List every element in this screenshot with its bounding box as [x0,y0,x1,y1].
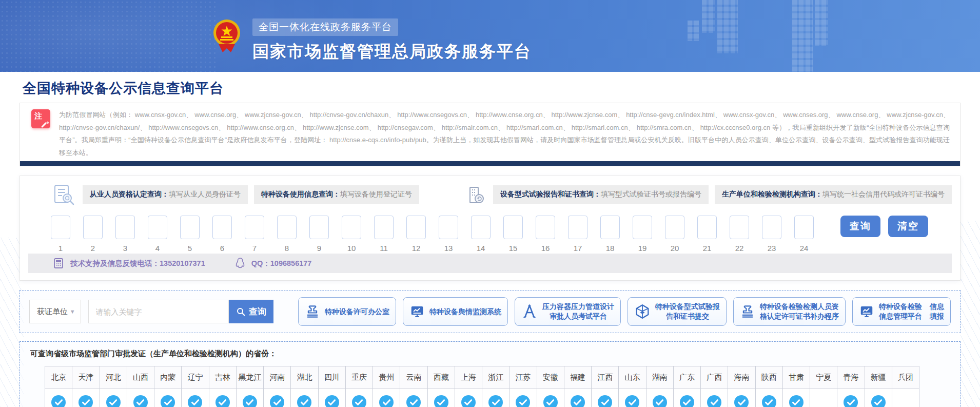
external-link-button-4[interactable]: 特种设备型式试验报告和证书提交 [628,297,727,326]
code-index-label: 3 [115,244,135,253]
check-circle-icon [434,395,448,407]
code-input-18[interactable] [600,216,620,239]
tab-hint: 填写统一社会信用代码或许可证书编号 [822,190,945,198]
code-input-9[interactable] [309,216,329,239]
code-index-label: 14 [471,244,491,253]
code-input-13[interactable] [439,216,458,239]
province-check-cell [319,389,345,407]
province-check-cell [428,389,455,407]
province-name: 辽宁 [182,366,208,389]
keyword-input[interactable] [88,300,229,323]
code-input-7[interactable] [245,216,264,239]
province-column: 北京 [45,366,72,407]
code-input-12[interactable] [406,216,426,239]
external-link-button-2[interactable]: 特种设备舆情监测系统 [403,297,508,326]
code-input-8[interactable] [277,216,297,239]
external-link-button-1[interactable]: 特种设备许可办公室 [298,297,396,326]
code-input-10[interactable] [342,216,361,239]
code-index-label: 18 [600,244,620,253]
province-check-cell [728,389,755,407]
code-input-11[interactable] [374,216,394,239]
check-circle-icon [734,395,749,407]
check-circle-icon [379,395,394,407]
code-cell: 21 [697,216,717,253]
tab-type-test-report[interactable]: 设备型式试验报告和证书查询：填写型式试验证书号或报告编号 [493,185,709,204]
province-name: 吉林 [209,366,236,389]
province-section-title: 可查询省级市场监管部门审批发证（生产单位和检验检测机构）的省份： [30,349,950,359]
code-index-label: 11 [374,244,394,253]
code-input-14[interactable] [471,216,491,239]
national-emblem-icon [212,17,241,55]
code-clear-button[interactable]: 清空 [888,216,928,237]
check-circle-icon [51,395,66,407]
province-column: 兵团 [892,366,919,407]
province-column: 湖南 [646,366,674,407]
code-input-2[interactable] [83,216,103,239]
code-cell: 17 [568,216,587,253]
code-cell: 18 [600,216,620,253]
province-name: 甘肃 [783,366,810,389]
province-check-cell [892,389,919,407]
code-input-24[interactable] [794,216,814,239]
province-column: 广西 [701,366,728,407]
province-column: 西藏 [428,366,455,407]
province-name: 贵州 [373,366,400,389]
code-input-15[interactable] [503,216,523,239]
code-cell: 6 [212,216,232,253]
code-input-23[interactable] [762,216,781,239]
keyword-search-button[interactable]: 查询 [229,300,273,323]
province-check-cell [837,389,864,407]
province-check-cell [209,389,236,407]
notice-text: 为防范假冒网站（例如： www.cnsx-gov.cn、 www.cnse.or… [59,109,950,159]
compass-icon [521,303,538,320]
tab-hint: 填写从业人员身份证号 [169,190,241,198]
anti-fake-notice: 注 为防范假冒网站（例如： www.cnsx-gov.cn、 www.cnse.… [19,103,961,166]
code-input-4[interactable] [148,216,167,239]
code-index-label: 12 [406,244,426,253]
province-column: 陕西 [756,366,783,407]
site-header: 全国一体化在线政务服务平台 国家市场监督管理总局政务服务平台 [0,0,980,72]
province-name: 江苏 [509,366,536,389]
code-input-22[interactable] [730,216,749,239]
code-cell: 22 [730,216,749,253]
code-query-button[interactable]: 查询 [840,216,880,237]
code-input-6[interactable] [212,216,232,239]
code-index-label: 20 [665,244,684,253]
province-check-cell [865,389,892,407]
external-links-row: 特种设备许可办公室特种设备舆情监测系统压力容器压力管道设计审批人员考试平台特种设… [298,297,951,326]
tab-person-qualification[interactable]: 从业人员资格认定查询：填写从业人员身份证号 [83,185,248,204]
external-link-button-5[interactable]: 特种设备检验检测人员资格认定许可证书补办程序 [733,297,846,326]
province-column: 广东 [674,366,701,407]
province-check-cell [400,389,427,407]
province-column: 河南 [264,366,291,407]
province-check-cell [455,389,482,407]
province-check-cell [509,389,536,407]
code-input-5[interactable] [180,216,200,239]
province-section: 可查询省级市场监管部门审批发证（生产单位和检验检测机构）的省份： 北京天津河北山… [19,341,961,407]
province-check-cell [619,389,645,407]
check-circle-icon [488,395,503,407]
code-input-19[interactable] [633,216,652,239]
code-input-3[interactable] [115,216,135,239]
code-input-21[interactable] [697,216,717,239]
external-link-button-3[interactable]: 压力容器压力管道设计审批人员考试平台 [515,297,621,326]
code-cell: 4 [148,216,167,253]
province-name: 黑龙江 [237,366,263,389]
province-column: 福建 [564,366,592,407]
code-cell: 19 [633,216,652,253]
external-link-button-6[interactable]: 特种设备检验信息管理平台信息填报 [852,297,951,326]
code-input-17[interactable] [568,216,587,239]
province-check-cell [291,389,318,407]
building-decor [702,0,715,33]
check-circle-icon [352,395,366,407]
seal-icon [740,304,755,319]
tab-production-unit[interactable]: 生产单位和检验检测机构查询：填写统一社会信用代码或许可证书编号 [715,185,952,204]
code-index-label: 4 [148,244,167,253]
code-cell: 9 [309,216,329,253]
tab-equipment-usage[interactable]: 特种设备使用信息查询：填写设备使用登记证号 [254,185,419,204]
code-input-16[interactable] [536,216,555,239]
category-select[interactable]: 获证单位 ▼ [29,300,81,323]
province-name: 安徽 [537,366,564,389]
code-input-1[interactable] [51,216,70,239]
code-input-20[interactable] [665,216,684,239]
